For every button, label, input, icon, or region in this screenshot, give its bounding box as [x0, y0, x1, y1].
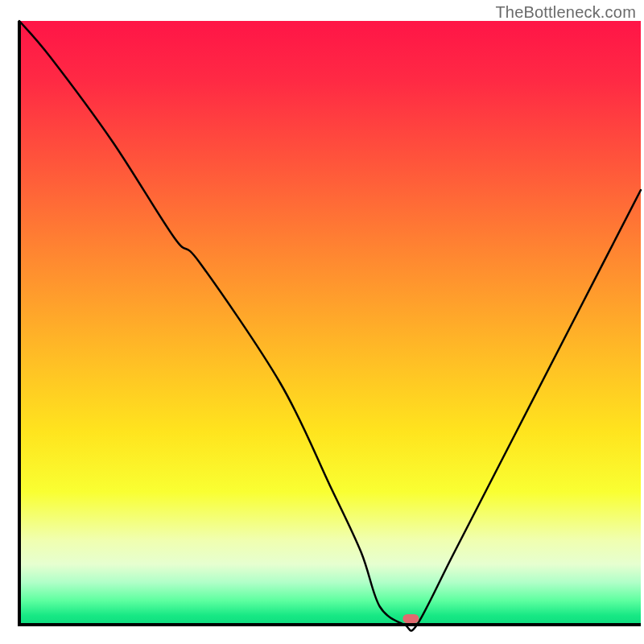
optimal-marker: [402, 614, 419, 623]
bottleneck-chart: [0, 0, 644, 644]
watermark-text: TheBottleneck.com: [495, 3, 636, 22]
chart-container: TheBottleneck.com: [0, 0, 644, 644]
chart-background: [19, 21, 641, 625]
